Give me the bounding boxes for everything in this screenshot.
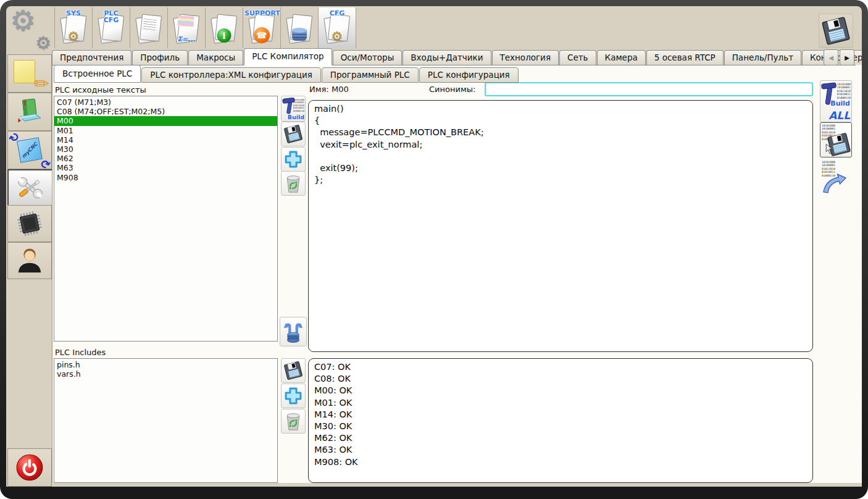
source-item[interactable]: M14 [54, 135, 277, 145]
source-item[interactable]: M30 [54, 145, 277, 154]
toolbar-system-button[interactable]: SYS ⚙ [55, 7, 93, 48]
main-tab[interactable]: Панель/Пульт [724, 50, 801, 65]
user-icon [15, 246, 44, 275]
toolbar-plc-config-button[interactable]: PLC CFG [93, 7, 130, 48]
plc-compiler-panel: Встроенное PLCPLC контроллера:XML конфиг… [52, 65, 862, 483]
main-tab[interactable]: Камера [597, 50, 646, 65]
toolbar-database-button[interactable] [281, 7, 319, 48]
delete-include-button[interactable] [281, 409, 306, 434]
gear-icon: ⚙ [332, 30, 343, 43]
power-icon [14, 452, 45, 483]
synonyms-label: Синонимы: [429, 85, 475, 94]
gear-icon: ⚙ [10, 6, 35, 35]
save-settings-button[interactable] [819, 14, 853, 48]
sub-tabbar: Встроенное PLCPLC контроллера:XML конфиг… [54, 66, 519, 83]
main-tab[interactable]: Сеть [559, 50, 596, 65]
sidebar-tools-button[interactable] [7, 169, 53, 206]
include-item[interactable]: vars.h [54, 369, 277, 379]
include-item[interactable]: pins.h [54, 360, 277, 369]
synonyms-input[interactable] [485, 82, 813, 96]
sub-tab[interactable]: PLC конфигурация [419, 67, 519, 83]
save-include-button[interactable] [281, 358, 306, 383]
toolbar-info-button[interactable]: i [206, 7, 243, 48]
binary-icon-text: 10101000 10100001 01011010 01010011 0100… [293, 99, 304, 112]
build-button[interactable]: 10101000 10100001 01011010 01010011 0100… [281, 96, 306, 122]
main-tab[interactable]: Макросы [188, 50, 243, 65]
settings-gears-button[interactable]: ⚙ ⚙ [9, 9, 52, 48]
plc-sources-list: C07 (M71;M3)C08 (M74;OFF;EST;M02;M5)M00M… [54, 96, 278, 342]
sub-tab[interactable]: PLC контроллера:XML конфигурация [141, 67, 321, 83]
window-frame: ⚙ ⚙ SYS ⚙ PLC CFG Σ=... [0, 0, 868, 499]
app-window: ⚙ ⚙ SYS ⚙ PLC CFG Σ=... [6, 6, 862, 487]
build-output: C07: OK C08: OK M00: OK M01: OK M14: OK … [309, 359, 812, 471]
sidebar-user-button[interactable] [7, 242, 52, 279]
main-tab[interactable]: PLC Компилятор [244, 48, 332, 65]
database-icon [292, 30, 307, 41]
document-icon: i [212, 12, 236, 43]
toolbar: SYS ⚙ PLC CFG Σ=... i [54, 7, 356, 48]
toolbar-macro-button[interactable]: Σ=... [168, 7, 206, 48]
pencil-icon: ✏ [34, 75, 49, 93]
main-tab[interactable]: Профиль [132, 50, 188, 65]
books-icon [15, 97, 44, 127]
source-item[interactable]: M00 [54, 116, 277, 125]
tab-scroll-right-button[interactable]: ▶ [840, 49, 854, 65]
build-all-button[interactable]: 10101000 10100001 01011010 01010011 0100… [820, 80, 852, 122]
info-icon: i [217, 28, 232, 43]
main-tab[interactable]: 5 осевая RTCP [646, 50, 724, 65]
toolbar-cfg-button[interactable]: CFG ⚙ [319, 7, 356, 48]
save-binary-button[interactable]: 10101000 10100001 01011010 01010011 0100… [820, 122, 852, 157]
code-editor[interactable]: main() { message=PLCCMD_MOTION_BREAK; ve… [309, 101, 812, 188]
source-item[interactable]: M908 [54, 173, 277, 182]
cfg-label: CFG [320, 10, 354, 17]
sub-tab[interactable]: Программный PLC [322, 67, 419, 83]
sidebar-hardware-button[interactable] [7, 205, 52, 242]
main-tab[interactable]: Оси/Моторы [333, 50, 403, 65]
document-icon [287, 12, 312, 43]
toolbar-support-button[interactable]: SUPPORT ☎ [243, 7, 281, 48]
sidebar-documentation-button[interactable] [7, 93, 52, 131]
phone-icon: ☎ [254, 27, 270, 43]
main-tab[interactable]: Предпочтения [52, 50, 131, 65]
source-item[interactable]: C07 (M71;M3) [54, 98, 277, 107]
build-output-box: C07: OK C08: OK M00: OK M01: OK M14: OK … [308, 358, 813, 483]
document-icon: CFG ⚙ [325, 12, 349, 43]
sidebar-power-button[interactable] [7, 448, 52, 487]
main-tabbar: ПредпочтенияПрофильМакросыPLC Компилятор… [52, 49, 856, 65]
source-item[interactable]: M62 [54, 154, 277, 163]
build-label: Build [288, 114, 304, 120]
sigma-label: Σ=... [174, 35, 199, 43]
mycnc-square-icon: myCNC [17, 137, 43, 163]
sidebar-mycnc-update-button[interactable]: ↻ myCNC ↻ [7, 131, 52, 169]
plc-cfg-label: PLC CFG [94, 10, 128, 23]
tab-scroll-left-button[interactable]: ◀ [824, 49, 838, 65]
document-icon [136, 12, 161, 43]
code-editor-box: main() { message=PLCCMD_MOTION_BREAK; ve… [308, 100, 813, 352]
source-item[interactable]: C08 (M74;OFF;EST;M02;M5) [54, 107, 277, 116]
upload-binary-button[interactable]: 10101000 10100001 01011010 01010011 0100… [820, 159, 851, 195]
gear-icon: ⚙ [35, 35, 51, 52]
floppy-disk-icon [821, 16, 851, 46]
toolbar-documents-button[interactable] [130, 7, 168, 48]
main-tab[interactable]: Технология [492, 50, 559, 65]
document-icon: Σ=... [174, 12, 199, 43]
name-label: Имя: [309, 85, 329, 94]
source-item[interactable]: M01 [54, 126, 277, 135]
main-tab[interactable]: Входы+Датчики [403, 50, 491, 65]
sources-label: PLC исходные тексты [55, 85, 146, 94]
binary-icon-text: 10101000 10100001 01011010 01010011 0100… [837, 83, 851, 99]
add-source-button[interactable] [281, 147, 306, 172]
save-source-button[interactable] [281, 122, 306, 146]
delete-source-button[interactable] [281, 171, 306, 196]
color-stripes-icon [177, 15, 194, 27]
source-item[interactable]: M63 [54, 163, 277, 172]
build-all-label-top: Build [830, 99, 850, 107]
floppy-disk-icon [283, 124, 303, 144]
sub-tab[interactable]: Встроенное PLC [54, 65, 141, 83]
unlock-sources-button[interactable] [280, 317, 307, 346]
sidebar-edit-notes-button[interactable]: ✏ [7, 54, 52, 93]
plc-sources-rows: C07 (M71;M3)C08 (M74;OFF;EST;M02;M5)M00M… [54, 96, 277, 182]
database-arrows-icon [282, 319, 305, 345]
document-icon: SYS ⚙ [61, 12, 86, 43]
add-include-button[interactable] [281, 384, 306, 408]
